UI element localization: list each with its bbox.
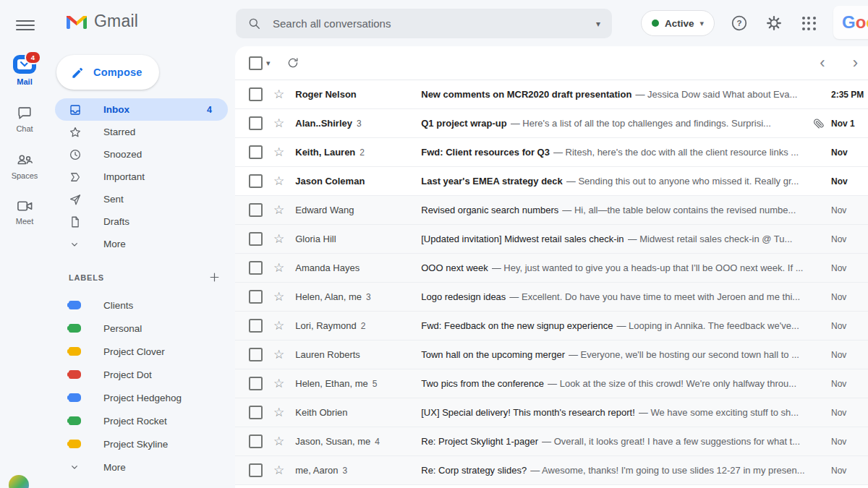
label-name: More [103,462,126,473]
older-page-button[interactable]: › [848,55,862,71]
star-icon[interactable]: ☆ [273,348,284,361]
sidebar-label-item[interactable]: Project Skyline [49,432,228,455]
star-icon[interactable]: ☆ [273,377,284,390]
star-icon[interactable]: ☆ [273,291,284,303]
sidebar-label-item[interactable]: Personal [49,317,228,340]
row-checkbox[interactable] [249,348,263,361]
sidebar-item-label: Drafts [103,216,129,227]
sidebar-item-starred[interactable]: Starred [49,121,228,143]
inbox-count: 4 [207,105,212,115]
row-subject: Town hall on the upcoming merger [421,349,565,360]
label-chip-icon [69,393,81,402]
star-icon[interactable]: ☆ [273,320,284,332]
row-checkbox[interactable] [249,406,263,419]
star-icon[interactable]: ☆ [273,406,284,419]
refresh-button[interactable] [286,56,299,69]
row-checkbox[interactable] [249,232,263,246]
star-icon[interactable]: ☆ [273,88,284,100]
rail-item-spaces[interactable]: Spaces [12,152,38,180]
help-button[interactable]: ? [729,13,749,33]
sidebar-label-item[interactable]: Project Rocket [49,409,228,432]
email-row[interactable]: ☆ me, Aaron 3 Re: Corp strategy slides? … [235,456,868,485]
sidebar-label-item[interactable]: Project Dot [49,363,228,386]
sidebar-label-item[interactable]: Project Clover [49,340,228,363]
row-subject: Re: Corp strategy slides? [421,465,527,476]
row-checkbox[interactable] [249,174,263,188]
email-row[interactable]: ☆ Jason, Susan, me 4 Re: Project Skyligh… [235,427,868,456]
star-icon[interactable]: ☆ [273,175,284,187]
compose-button[interactable]: Compose [56,55,159,90]
row-checkbox[interactable] [249,116,263,130]
star-icon[interactable]: ☆ [273,233,284,245]
star-icon[interactable]: ☆ [273,117,284,129]
row-checkbox[interactable] [249,145,263,159]
label-chip-icon [69,370,81,379]
search-input[interactable] [271,17,596,30]
sidebar-item-label: Important [103,171,145,182]
status-caret-icon: ▾ [700,19,705,28]
watermark-letter: o [856,12,867,33]
star-icon[interactable]: ☆ [273,464,284,476]
row-checkbox[interactable] [249,377,263,390]
thread-count: 3 [343,466,348,476]
help-icon: ? [731,14,748,32]
row-checkbox[interactable] [249,290,263,304]
email-row[interactable]: ☆ Lauren Roberts Town hall on the upcomi… [235,341,868,369]
sidebar-item-sent[interactable]: Sent [49,188,228,210]
row-checkbox[interactable] [249,435,263,448]
row-checkbox[interactable] [249,463,263,477]
email-row[interactable]: ☆ Gloria Hill [Updated invitation] Midwe… [235,225,868,254]
email-row[interactable]: ☆ Keith Obrien [UX] Special delivery! Th… [235,398,868,427]
sidebar-item-label: More [103,239,126,249]
label-name: Clients [103,300,133,311]
sidebar-item-drafts[interactable]: Drafts [49,210,228,233]
email-row[interactable]: ☆ Helen, Alan, me 3 Logo redesign ideas … [235,283,868,312]
email-row[interactable]: ☆ Roger Nelson New comments on MCR2020 d… [235,80,868,109]
hamburger-menu-icon[interactable] [14,16,36,33]
row-checkbox[interactable] [249,261,263,275]
rail-item-mail[interactable]: 4 Mail [13,55,36,86]
email-row[interactable]: ☆ Jason Coleman Last year's EMEA strateg… [235,167,868,196]
email-row[interactable]: ☆ Edward Wang Revised organic search num… [235,196,868,225]
add-label-button[interactable] [208,271,221,283]
email-row[interactable]: ☆ Lori, Raymond 2 Fwd: Feedback on the n… [235,312,868,341]
email-row[interactable]: ☆ Alan..Shirley 3 Q1 project wrap-up — H… [235,109,868,138]
star-icon[interactable]: ☆ [273,146,284,158]
rail-item-meet[interactable]: Meet [16,199,33,226]
sidebar-label-item[interactable]: More [49,455,228,479]
email-row[interactable]: ☆ Helen, Ethan, me 5 Two pics from the c… [235,369,868,398]
sidebar-item-inbox[interactable]: Inbox 4 [55,98,228,121]
star-icon[interactable]: ☆ [273,435,284,448]
row-text: Fwd: Client resources for Q3 — Ritesh, h… [421,147,825,158]
row-checkbox[interactable] [249,203,263,217]
row-time: Nov [831,292,868,302]
newer-page-button[interactable]: ‹ [815,55,829,71]
search-bar[interactable]: ▾ [236,9,612,38]
row-subject: OOO next week [421,262,488,273]
row-time: Nov [831,176,868,187]
label-name: Personal [103,323,142,334]
row-time: Nov [831,263,868,273]
star-icon[interactable]: ☆ [273,204,284,216]
select-options-caret-icon[interactable]: ▾ [266,59,271,68]
status-selector[interactable]: Active ▾ [641,10,715,36]
email-row[interactable]: ☆ Keith, Lauren 2 Fwd: Client resources … [235,138,868,167]
row-snippet: — Sending this out to anyone who missed … [566,176,799,187]
row-snippet: — Overall, it looks great! I have a few … [542,436,800,447]
star-icon[interactable]: ☆ [273,262,284,274]
select-all-checkbox[interactable] [249,56,263,70]
sidebar-item-snoozed[interactable]: Snoozed [49,143,228,166]
sidebar-label-item[interactable]: Clients [49,294,228,317]
plus-icon [208,271,221,283]
rail-item-chat[interactable]: Chat [16,105,33,133]
sidebar-label-item[interactable]: Project Hedgehog [49,386,228,409]
row-checkbox[interactable] [249,87,263,101]
apps-grid-button[interactable] [799,13,819,33]
email-row[interactable]: ☆ Amanda Hayes OOO next week — Hey, just… [235,254,868,283]
settings-button[interactable] [764,13,784,33]
row-checkbox[interactable] [249,319,263,333]
search-options-caret-icon[interactable]: ▾ [596,19,600,29]
row-subject: New comments on MCR2020 draft presentati… [421,89,631,100]
sidebar-item-important[interactable]: Important [49,166,228,188]
sidebar-item-more[interactable]: More [49,233,228,255]
